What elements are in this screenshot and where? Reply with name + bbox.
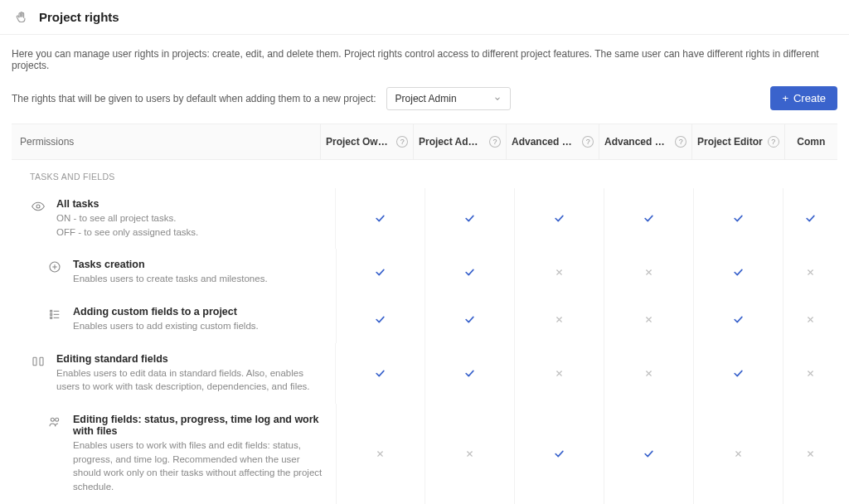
permission-cell[interactable] [783, 343, 837, 404]
permission-cell[interactable] [604, 404, 693, 504]
check-icon [374, 212, 386, 225]
cross-icon [734, 449, 743, 458]
intro-text: Here you can manage user rights in proje… [12, 48, 837, 71]
permission-cell[interactable] [783, 249, 837, 296]
permission-title: Adding custom fields to a project [73, 306, 327, 317]
check-icon [463, 367, 476, 380]
help-icon[interactable]: ? [675, 136, 686, 148]
check-icon [374, 367, 386, 380]
svg-rect-14 [51, 317, 52, 318]
cross-icon [555, 268, 564, 277]
permission-cell[interactable] [514, 343, 604, 404]
permission-title: Editing standard fields [56, 353, 327, 365]
cross-icon [644, 369, 653, 378]
svg-rect-10 [51, 310, 52, 312]
cross-icon [555, 369, 564, 378]
cross-icon [644, 268, 653, 277]
check-icon [374, 313, 386, 326]
check-icon [553, 212, 565, 225]
col-header-advanced-1[interactable]: Advanced M…? [506, 124, 599, 159]
permission-cell[interactable] [336, 249, 425, 296]
eye-icon [28, 200, 48, 239]
permission-cell[interactable] [424, 343, 514, 404]
cross-icon [465, 449, 474, 458]
select-value: Project Admin [395, 93, 457, 104]
permission-cell[interactable] [783, 188, 837, 249]
default-rights-select[interactable]: Project Admin [386, 87, 511, 110]
permission-desc: Enables users to work with files and edi… [73, 439, 327, 494]
permission-cell[interactable] [604, 343, 693, 404]
permission-row-editing-standard-fields: Editing standard fieldsEnables users to … [12, 343, 837, 404]
permission-cell[interactable] [424, 188, 514, 249]
section-label: TASKS AND FIELDS [12, 160, 837, 188]
titlebar: Project rights [0, 0, 849, 35]
check-icon [374, 266, 386, 279]
create-label: Create [793, 92, 826, 104]
permission-cell[interactable] [424, 249, 514, 296]
check-icon [804, 212, 817, 225]
svg-rect-22 [33, 357, 36, 365]
list-icon [45, 308, 65, 333]
toolbar: The rights that will be given to users b… [12, 86, 837, 110]
col-header-project-editor[interactable]: Project Editor? [691, 124, 784, 159]
help-icon[interactable]: ? [768, 136, 779, 148]
permission-row-tasks-creation: Tasks creationEnables users to create ta… [12, 249, 837, 296]
cross-icon [555, 315, 564, 324]
permission-cell[interactable] [336, 404, 425, 504]
permission-cell[interactable] [604, 296, 693, 343]
permission-cell[interactable] [783, 296, 837, 343]
permission-cell[interactable] [335, 188, 424, 249]
help-icon[interactable]: ? [582, 136, 594, 148]
col-header-overflow[interactable]: Comn [784, 124, 837, 159]
permission-cell[interactable] [514, 296, 604, 343]
col-header-project-admin[interactable]: Project Admin? [413, 124, 506, 159]
permission-cell[interactable] [336, 296, 425, 343]
svg-point-30 [51, 418, 54, 421]
permission-title: All tasks [56, 198, 327, 210]
permission-cell[interactable] [424, 404, 514, 504]
permission-cell[interactable] [693, 343, 783, 404]
cross-icon [806, 268, 815, 277]
permission-cell[interactable] [424, 296, 514, 343]
help-icon[interactable]: ? [489, 136, 501, 148]
hand-icon [15, 11, 27, 23]
permission-cell[interactable] [693, 249, 783, 296]
check-icon [553, 448, 565, 460]
chevron-down-icon [493, 94, 502, 103]
cross-icon [376, 449, 385, 458]
svg-rect-23 [40, 357, 43, 365]
permission-cell[interactable] [604, 188, 693, 249]
cross-icon [806, 369, 815, 378]
permission-cell[interactable] [604, 249, 693, 296]
permission-desc: Enables users to edit data in standard f… [56, 366, 327, 394]
create-button[interactable]: + Create [770, 86, 837, 110]
permission-cell[interactable] [514, 249, 604, 296]
permission-cell[interactable] [783, 404, 837, 504]
svg-rect-12 [51, 313, 52, 315]
permission-cell[interactable] [514, 404, 604, 504]
svg-point-31 [56, 418, 59, 421]
help-icon[interactable]: ? [396, 136, 408, 148]
check-icon [463, 266, 476, 279]
cross-icon [644, 315, 653, 324]
svg-point-0 [36, 205, 40, 208]
check-icon [463, 212, 476, 225]
plus-icon: + [782, 92, 788, 104]
permission-cell[interactable] [514, 188, 604, 249]
permission-cell[interactable] [693, 404, 783, 504]
permission-desc: Enables users to create tasks and milest… [73, 272, 327, 286]
permission-cell[interactable] [693, 188, 783, 249]
cross-icon [806, 449, 815, 458]
permissions-grid: Permissions Project Owner? Project Admin… [12, 124, 837, 504]
permission-title: Editing fields: status, progress, time l… [73, 414, 327, 437]
permission-cell[interactable] [335, 343, 424, 404]
check-icon [732, 266, 745, 279]
permission-desc: Enables users to add existing custom fie… [73, 319, 327, 333]
columns-icon [28, 355, 48, 394]
col-header-advanced-2[interactable]: Advanced M…? [599, 124, 691, 159]
cross-icon [806, 315, 815, 324]
permission-cell[interactable] [693, 296, 783, 343]
col-header-project-owner[interactable]: Project Owner? [320, 124, 413, 159]
user-progress-icon [45, 415, 65, 494]
plus-circle-icon [45, 260, 65, 286]
